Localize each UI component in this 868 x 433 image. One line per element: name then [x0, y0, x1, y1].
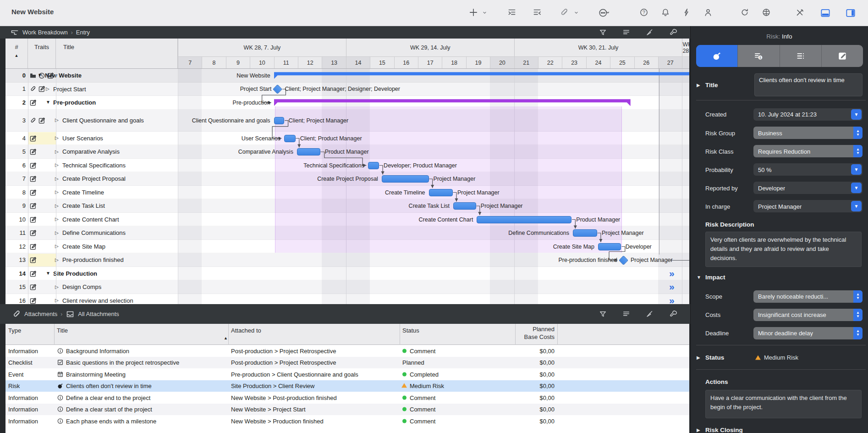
actions-input[interactable]: Have a clear communication with the clie…	[705, 390, 862, 418]
risk-closing-disclosure-icon[interactable]: ▶	[697, 427, 700, 433]
attach-link-icon[interactable]	[559, 7, 570, 18]
task-title[interactable]: Technical Specifications	[62, 159, 170, 172]
settings-wrench-icon[interactable]	[669, 28, 679, 38]
collapse-icon[interactable]: ▼	[46, 100, 50, 105]
gantt-task-bar[interactable]	[382, 175, 429, 183]
task-title[interactable]: Client review and selection	[62, 294, 170, 304]
dropdown-button[interactable]: ▼	[851, 201, 862, 211]
risk-title-input[interactable]: Clients often don't review in time	[754, 73, 863, 96]
col-attached-to[interactable]: Attached to	[231, 327, 261, 334]
edit-trait-icon[interactable]	[29, 297, 37, 305]
task-title[interactable]: Create Task List	[62, 199, 170, 213]
task-title[interactable]: Define Communications	[62, 226, 170, 240]
edit-trait-icon[interactable]	[29, 162, 37, 169]
task-title[interactable]: Site Production	[53, 267, 170, 281]
edit-trait-icon[interactable]	[38, 85, 45, 93]
sync-icon[interactable]	[740, 7, 751, 18]
collapse-icon[interactable]: ▼	[38, 72, 42, 78]
toggle-bottom-panel-icon[interactable]	[820, 7, 831, 18]
gantt-task-bar[interactable]	[284, 135, 296, 142]
task-title[interactable]: Create Site Map	[62, 240, 170, 254]
stepper-control[interactable]: ▲▼	[853, 290, 863, 303]
attachment-row[interactable]: InformationBackground InformationPost-pr…	[5, 345, 689, 357]
attach-chevron-icon[interactable]	[573, 9, 584, 20]
tab-lists[interactable]	[780, 45, 822, 67]
filter-icon[interactable]	[598, 309, 608, 319]
expand-icon[interactable]: ▷	[46, 86, 49, 91]
folder-trait-icon[interactable]	[29, 72, 37, 79]
col-planned-costs[interactable]: Planned	[533, 326, 555, 333]
attachment-row[interactable]: EventBrainstorming MeetingPre-production…	[5, 368, 689, 380]
field-scope[interactable]: Barely noticeable reducti...▲▼	[753, 290, 863, 303]
impact-disclosure-icon[interactable]: ▼	[697, 275, 701, 280]
add-chevron-icon[interactable]	[481, 9, 492, 20]
help-icon[interactable]	[639, 7, 650, 18]
stepper-control[interactable]: ▲▼	[853, 327, 863, 339]
clip-trait-icon[interactable]	[29, 117, 37, 124]
edit-trait-icon[interactable]	[29, 148, 37, 155]
status-disclosure-icon[interactable]: ▶	[697, 355, 700, 360]
quick-actions-icon[interactable]	[681, 7, 692, 18]
col-num[interactable]: #▲	[5, 39, 28, 69]
attachment-row[interactable]: InformationDefine a clear start of the p…	[5, 404, 689, 416]
edit-trait-icon[interactable]	[29, 216, 37, 223]
gantt-task-bar[interactable]	[453, 202, 476, 210]
dropdown-button[interactable]: ▼	[851, 164, 862, 175]
format-brush-icon[interactable]	[645, 28, 655, 38]
edit-trait-icon[interactable]	[29, 243, 37, 250]
tab-costs[interactable]	[738, 45, 780, 67]
notes-icon[interactable]	[621, 28, 632, 38]
col-traits[interactable]: Traits	[28, 39, 56, 69]
breadcrumb-work-breakdown[interactable]: Work Breakdown	[22, 29, 68, 36]
edit-trait-icon[interactable]	[29, 270, 37, 278]
tab-edit[interactable]	[822, 45, 863, 67]
tab-risk[interactable]	[696, 45, 738, 67]
edit-trait-icon[interactable]	[29, 135, 37, 142]
breadcrumb-entry[interactable]: Entry	[76, 29, 90, 36]
task-title[interactable]: Create Project Proposal	[62, 172, 170, 186]
stepper-control[interactable]: ▲▼	[853, 309, 863, 321]
field-risk-group[interactable]: Business▲▼	[753, 127, 863, 139]
resources-icon[interactable]	[703, 7, 714, 18]
gantt-task-bar[interactable]	[429, 189, 453, 196]
risk-description-input[interactable]: Very often clients are overwhelmed by th…	[705, 232, 862, 267]
col-title[interactable]: Title	[57, 327, 68, 334]
col-status[interactable]: Status	[402, 327, 419, 334]
field-reported-by[interactable]: Developer▼	[753, 182, 863, 194]
field-probability[interactable]: 50 %▼	[753, 163, 863, 176]
task-title[interactable]: Design Comps	[62, 280, 170, 294]
network-icon[interactable]	[761, 7, 772, 18]
attachment-row[interactable]: RiskClients often don't review in timeSi…	[5, 380, 689, 392]
toggle-right-panel-icon[interactable]	[845, 7, 856, 18]
add-icon[interactable]	[468, 7, 479, 18]
task-title[interactable]: Pre-production finished	[62, 253, 170, 267]
task-title[interactable]: Client Questionnaire and goals	[62, 110, 170, 132]
task-title[interactable]: Pre-production	[53, 96, 170, 110]
collapse-icon[interactable]: ▼	[46, 271, 50, 276]
notifications-icon[interactable]	[660, 7, 671, 18]
dropdown-button[interactable]: ▼	[851, 183, 862, 193]
task-title[interactable]: Create Content Chart	[62, 213, 170, 227]
attachment-row[interactable]: ChecklistBasic questions in the project …	[5, 357, 689, 369]
gantt-task-bar[interactable]	[598, 243, 621, 250]
task-title[interactable]: Project Start	[53, 83, 170, 96]
edit-trait-icon[interactable]	[29, 99, 37, 106]
offscreen-bars-indicator[interactable]: »	[669, 281, 674, 292]
title-disclosure-icon[interactable]: ▶	[697, 83, 700, 88]
edit-trait-icon[interactable]	[38, 117, 45, 124]
task-title[interactable]: New Website	[45, 69, 170, 83]
more-actions-icon[interactable]	[598, 7, 609, 18]
field-risk-class[interactable]: Requires Reduction▲▼	[753, 145, 863, 157]
edit-trait-icon[interactable]	[29, 256, 37, 264]
attachments-breadcrumb[interactable]: Attachments › All Attachments	[12, 304, 119, 324]
edit-trait-icon[interactable]	[29, 175, 37, 183]
filter-icon[interactable]	[598, 28, 608, 38]
tools-icon[interactable]	[795, 7, 806, 18]
edit-trait-icon[interactable]	[29, 283, 37, 291]
breadcrumb-all-attachments[interactable]: All Attachments	[78, 311, 119, 317]
format-brush-icon[interactable]	[645, 309, 655, 319]
attachment-row[interactable]: InformationDefine a clear end to the pro…	[5, 392, 689, 404]
offscreen-bars-indicator[interactable]: »	[669, 267, 674, 278]
outdent-icon[interactable]	[532, 7, 543, 18]
gantt-task-bar[interactable]	[297, 148, 320, 155]
